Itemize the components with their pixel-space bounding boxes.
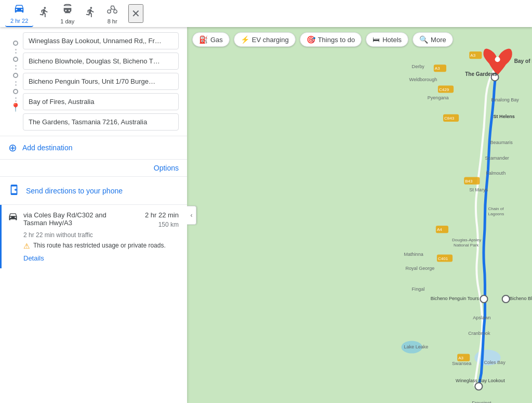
route-header-row: via Coles Bay Rd/C302 andTasman Hwy/A3 2…	[23, 211, 179, 228]
svg-text:Douglas-Apsley: Douglas-Apsley	[452, 238, 481, 242]
route-warning-text: This route has restricted usage or priva…	[33, 242, 166, 249]
ev-icon: ⚡	[241, 35, 249, 44]
svg-text:Swansea: Swansea	[452, 361, 472, 366]
bike-icon	[38, 6, 50, 20]
transport-mode-transit[interactable]: 1 day	[55, 1, 79, 27]
add-destination-row[interactable]: ⊕ Add destination	[0, 136, 187, 160]
svg-text:A3: A3	[458, 356, 463, 360]
map-area: ⛽ Gas ⚡ EV charging 🎯 Things to do 🛏 Hot…	[187, 27, 532, 403]
svg-text:Apslawn: Apslawn	[473, 315, 490, 320]
svg-text:C843: C843	[444, 116, 455, 121]
hotels-icon: 🛏	[373, 35, 380, 44]
chip-gas[interactable]: ⛽ Gas	[192, 32, 230, 47]
chip-ev[interactable]: ⚡ EV charging	[234, 32, 296, 47]
transport-modes: 2 hr 22 1 day 8 hr	[5, 1, 123, 27]
svg-text:Binalong Bay: Binalong Bay	[491, 97, 520, 102]
svg-text:Beaumaris: Beaumaris	[490, 140, 513, 145]
options-row: Options	[0, 160, 187, 177]
svg-text:St Marys: St Marys	[469, 187, 488, 192]
map-svg: Derby Weldborough Pyengana Binalong Bay …	[187, 27, 532, 403]
transport-mode-drive[interactable]: 2 hr 22	[5, 1, 33, 27]
svg-text:A4: A4	[437, 227, 442, 232]
chip-hotels[interactable]: 🛏 Hotels	[366, 32, 408, 47]
more-icon: 🔍	[419, 35, 428, 44]
close-button[interactable]: ✕	[128, 4, 143, 23]
transport-mode-walk[interactable]	[79, 4, 101, 23]
svg-text:Fingal: Fingal	[412, 287, 425, 292]
svg-text:C429: C429	[439, 87, 449, 92]
svg-text:The Gardens: The Gardens	[465, 71, 497, 77]
waypoint-icon-2	[11, 55, 20, 64]
transport-mode-bike[interactable]	[33, 4, 55, 23]
gas-icon: ⛽	[199, 35, 208, 44]
transit-duration: 1 day	[60, 18, 74, 24]
svg-point-6	[475, 383, 482, 390]
route-card: via Coles Bay Rd/C302 andTasman Hwy/A3 2…	[0, 205, 187, 268]
waypoint-icon-1	[11, 38, 20, 48]
collapse-panel-button[interactable]: ‹	[187, 206, 196, 225]
svg-text:Mathinna: Mathinna	[404, 252, 424, 257]
svg-text:Bay of Fires: Bay of Fires	[514, 58, 532, 64]
transport-mode-bicycle[interactable]: 8 hr	[101, 1, 123, 27]
route-car-icon	[8, 211, 18, 224]
chip-gas-label: Gas	[210, 36, 223, 44]
send-directions-icon	[8, 184, 20, 197]
waypoints-inputs	[23, 32, 179, 131]
route-header: via Coles Bay Rd/C302 andTasman Hwy/A3 2…	[8, 211, 179, 262]
waypoint-input-4[interactable]	[23, 93, 179, 110]
svg-text:Lagoons: Lagoons	[488, 212, 504, 216]
svg-text:Pyengana: Pyengana	[428, 95, 449, 100]
waypoints-icons: 📍	[8, 32, 23, 131]
todo-icon: 🎯	[307, 35, 315, 44]
options-button[interactable]: Options	[154, 164, 179, 172]
waypoint-input-3[interactable]	[23, 73, 179, 90]
waypoint-input-1[interactable]	[23, 32, 179, 49]
waypoint-icon-5: 📍	[11, 103, 20, 112]
svg-text:C401: C401	[438, 256, 448, 261]
svg-point-7	[502, 295, 510, 303]
dots-4	[15, 96, 17, 103]
bicycle-duration: 8 hr	[108, 18, 117, 24]
route-details-link[interactable]: Details	[23, 254, 179, 262]
svg-text:Coles Bay: Coles Bay	[484, 360, 506, 365]
add-destination-label: Add destination	[22, 144, 73, 152]
route-time: 2 hr 22 min	[145, 211, 179, 219]
waypoints-section: 📍	[0, 27, 187, 136]
svg-text:B43: B43	[465, 179, 473, 184]
top-bar: 2 hr 22 1 day 8 hr	[0, 0, 532, 27]
chip-more[interactable]: 🔍 More	[413, 32, 453, 47]
transit-icon	[62, 3, 73, 17]
svg-text:Royal George: Royal George	[406, 266, 435, 271]
route-warning: ⚠ This route has restricted usage or pri…	[23, 242, 179, 250]
svg-text:Bicheno Penguin Tours: Bicheno Penguin Tours	[431, 296, 479, 301]
svg-text:National Park: National Park	[454, 243, 479, 248]
svg-text:Falmouth: Falmouth	[486, 171, 506, 176]
send-directions-row[interactable]: Send directions to your phone	[0, 177, 187, 205]
dots-1	[15, 48, 17, 55]
svg-text:Wineglass Bay Lookout: Wineglass Bay Lookout	[456, 378, 505, 383]
warning-icon: ⚠	[23, 242, 30, 250]
send-directions-label: Send directions to your phone	[26, 187, 123, 195]
filter-chips: ⛽ Gas ⚡ EV charging 🎯 Things to do 🛏 Hot…	[192, 32, 453, 47]
waypoint-input-5[interactable]	[23, 113, 179, 131]
waypoint-input-2[interactable]	[23, 53, 179, 70]
main-content: 📍 ⊕ Add destination Options	[0, 27, 532, 403]
bicycle-icon	[107, 3, 118, 17]
waypoint-icon-4	[11, 87, 20, 96]
svg-text:Chain of: Chain of	[488, 206, 504, 211]
svg-text:Scamander: Scamander	[485, 155, 509, 161]
dots-2	[15, 64, 17, 71]
waypoints-list: 📍	[8, 32, 179, 131]
drive-duration: 2 hr 22	[10, 18, 28, 24]
chip-more-label: More	[431, 36, 446, 44]
chip-hotels-label: Hotels	[382, 36, 402, 44]
chip-todo[interactable]: 🎯 Things to do	[300, 32, 362, 47]
route-traffic-info: 2 hr 22 min without traffic	[23, 231, 179, 239]
svg-text:Freycinet: Freycinet	[472, 400, 491, 403]
route-info: via Coles Bay Rd/C302 andTasman Hwy/A3 2…	[23, 211, 179, 262]
svg-text:A3: A3	[470, 53, 475, 58]
waypoint-icon-3	[11, 71, 20, 80]
svg-text:St Helens: St Helens	[494, 114, 515, 119]
svg-text:A3: A3	[435, 66, 440, 71]
svg-text:Bicheno Blowhole: Bicheno Blowhole	[510, 296, 532, 301]
